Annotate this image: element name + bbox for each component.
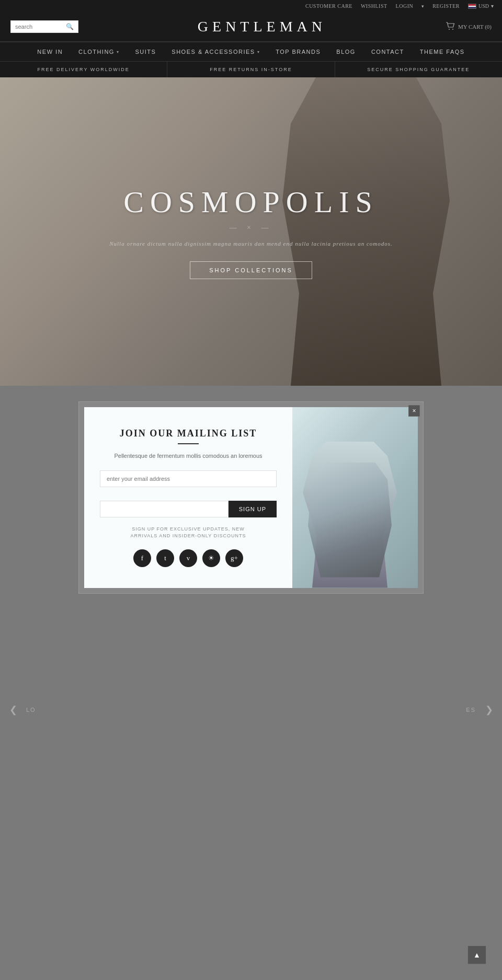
nav-item-theme-faqs[interactable]: THEME FAQS [420, 49, 465, 55]
social-icon-google-plus[interactable]: g+ [225, 549, 243, 567]
wishlist-link[interactable]: WISHLIST [361, 3, 387, 9]
gray-section: ❮ LO ❯ ES × JOIN OUR MAILING LIST Pellen… [0, 386, 502, 980]
search-input[interactable] [15, 24, 66, 30]
modal-signup-note: SIGN UP FOR EXCLUSIVE UPDATES, NEWARRIVA… [130, 526, 246, 540]
modal-suit-overlay [308, 463, 392, 578]
search-box: 🔍 [10, 20, 78, 33]
social-icon-instagram[interactable]: ☀ [202, 549, 220, 567]
search-icon[interactable]: 🔍 [66, 23, 74, 30]
shop-collections-button[interactable]: SHOP COLLECTIONS [190, 261, 312, 279]
main-nav: NEW IN CLOTHING ▾ SUITS SHOES & ACCESSOR… [0, 42, 502, 61]
promo-item-delivery: FREE DELIVERY WORLDWIDE [0, 62, 167, 77]
nav-item-suits[interactable]: SUITS [135, 49, 156, 55]
social-icons-group: f t v ☀ g+ [133, 549, 243, 567]
nav-label-new-in: NEW IN [37, 49, 63, 55]
modal-close-button[interactable]: × [408, 405, 420, 417]
modal-container: × JOIN OUR MAILING LIST Pellentesque de … [78, 401, 424, 594]
nav-item-shoes[interactable]: SHOES & ACCESSORIES ▾ [172, 49, 260, 55]
promo-bar: FREE DELIVERY WORLDWIDE FREE RETURNS IN-… [0, 61, 502, 77]
cart-icon [446, 22, 455, 31]
social-icon-vimeo[interactable]: v [179, 549, 197, 567]
social-icon-facebook[interactable]: f [133, 549, 151, 567]
social-icon-twitter[interactable]: t [156, 549, 174, 567]
nav-item-clothing[interactable]: CLOTHING ▾ [78, 49, 119, 55]
nav-label-clothing: CLOTHING [78, 49, 115, 55]
hero-subtitle: Nulla ornare dictum nulla dignissim magn… [109, 240, 393, 247]
nav-label-theme-faqs: THEME FAQS [420, 49, 465, 55]
carousel-left-label: LO [26, 707, 36, 713]
carousel-arrow-left[interactable]: ❮ [5, 702, 21, 718]
currency-arrow-icon: ▾ [491, 3, 494, 9]
site-logo[interactable]: GENTLEMAN [78, 18, 446, 35]
hero-title: COSMOPOLIS [123, 185, 378, 220]
nav-item-new-in[interactable]: NEW IN [37, 49, 63, 55]
modal-image-section [292, 407, 418, 588]
modal-signup-button[interactable]: SIGN UP [229, 501, 277, 517]
clothing-dropdown-icon: ▾ [117, 50, 120, 54]
nav-item-contact[interactable]: CONTACT [371, 49, 404, 55]
header: 🔍 GENTLEMAN MY CART (0) [0, 12, 502, 42]
carousel-right-label: ES [466, 707, 476, 713]
modal-title-underline [178, 443, 199, 444]
register-link[interactable]: REGISTER [432, 3, 460, 9]
promo-item-secure: SECURE SHOPPING GUARANTEE [335, 62, 502, 77]
nav-item-blog[interactable]: BLOG [336, 49, 356, 55]
modal-overlay: × JOIN OUR MAILING LIST Pellentesque de … [0, 401, 502, 594]
carousel-arrow-right[interactable]: ❯ [481, 702, 497, 718]
utility-bar: CUSTOMER CARE WISHLIST LOGIN ▾ REGISTER … [0, 0, 502, 12]
modal-title: JOIN OUR MAILING LIST [120, 428, 257, 439]
flag-icon [468, 4, 476, 9]
nav-item-top-brands[interactable]: TOP BRANDS [276, 49, 321, 55]
cart-button[interactable]: MY CART (0) [446, 22, 492, 31]
nav-label-shoes: SHOES & ACCESSORIES [172, 49, 255, 55]
login-arrow-icon: ▾ [421, 4, 424, 9]
nav-label-suits: SUITS [135, 49, 156, 55]
cart-label: MY CART (0) [458, 24, 492, 30]
login-link[interactable]: LOGIN [396, 3, 414, 9]
promo-item-returns: FREE RETURNS IN-STORE [167, 62, 335, 77]
nav-label-contact: CONTACT [371, 49, 404, 55]
hero-section: COSMOPOLIS — × — Nulla ornare dictum nul… [0, 77, 502, 386]
nav-label-top-brands: TOP BRANDS [276, 49, 321, 55]
modal-email-input[interactable] [100, 470, 277, 487]
currency-label: USD [478, 3, 489, 9]
back-to-top-button[interactable]: ▲ [467, 946, 486, 964]
modal-inner: JOIN OUR MAILING LIST Pellentesque de fe… [84, 407, 418, 588]
hero-divider: — × — [230, 224, 273, 232]
shoes-dropdown-icon: ▾ [257, 50, 260, 54]
customer-care-link[interactable]: CUSTOMER CARE [305, 3, 352, 9]
nav-label-blog: BLOG [336, 49, 356, 55]
modal-description: Pellentesque de fermentum mollis comodou… [114, 452, 262, 461]
modal-signup-row [100, 470, 277, 492]
svg-point-1 [452, 29, 453, 30]
modal-form-section: JOIN OUR MAILING LIST Pellentesque de fe… [84, 407, 292, 588]
hero-content: COSMOPOLIS — × — Nulla ornare dictum nul… [0, 77, 502, 386]
svg-point-0 [449, 29, 450, 30]
currency-selector[interactable]: USD ▾ [468, 3, 494, 9]
